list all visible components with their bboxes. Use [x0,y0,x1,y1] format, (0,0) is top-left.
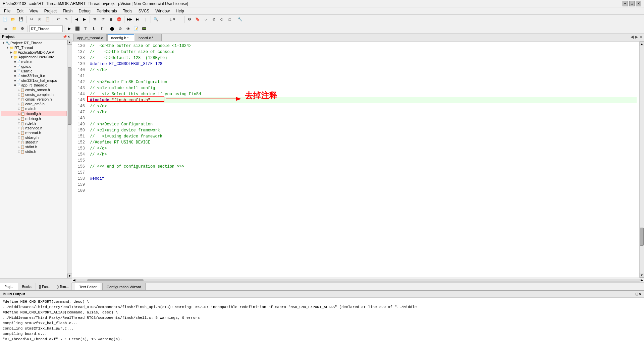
tree-item[interactable]: □ 📋 rtservice.h [1,126,66,130]
tree-item[interactable]: ■ 📄 app_rt_thread.c [1,83,66,87]
code-vscroll-down[interactable]: ▼ [640,273,644,278]
tab-project[interactable]: Proj... [0,283,18,290]
tab-scroll-right[interactable]: ▶ [635,35,638,39]
tb2-step[interactable]: ⬛ [74,25,81,33]
tree-item[interactable]: □ 📋 rtthread.h [1,130,66,135]
maximize-button[interactable]: □ [629,1,635,6]
vscroll-down[interactable]: ▼ [67,274,72,278]
tree-item[interactable]: ■ 📄 stm32f1xx_it.c [1,73,66,78]
tree-item[interactable]: □ 📋 stdio.h [1,149,66,154]
tb2-mem[interactable]: 📝 [132,25,140,33]
tree-item[interactable]: □ 📋 core_cm3.h [1,102,66,106]
tree-item[interactable]: ▼ 📁 RT_Thread [1,45,66,50]
tree-item[interactable]: ▼ 🔧 Project: RT_Thread [1,41,66,45]
tb-undo[interactable]: ↶ [54,16,62,23]
tree-item[interactable]: ■ 📄 main.c [1,59,66,64]
menu-tools[interactable]: Tools [120,8,135,14]
tree-item[interactable]: □ 📋 stddef.h [1,140,66,144]
menu-file[interactable]: File [1,8,13,14]
tab-functions[interactable]: {} Fun... [36,283,54,290]
tree-item[interactable]: ■ 📄 stm32f1xx_hal_msp.c [1,78,66,83]
tree-item[interactable]: □ 📋 cmsis_version.h [1,97,66,102]
tab-scroll-left[interactable]: ◀ [631,35,634,39]
tree-item[interactable]: □ 📋 cmsis_armcc.h [1,87,66,92]
tree-item[interactable]: □ 📋 cmsis_compiler.h [1,92,66,97]
tree-item[interactable]: □ 📋 rtdef.h [1,121,66,126]
tb-dbg3[interactable]: || [142,16,149,23]
menu-svcs[interactable]: SVCS [136,8,152,14]
tb2-clrbp[interactable]: ⊙ [116,25,124,33]
tab-app-rt-thread[interactable]: app_rt_thread.c [73,34,107,41]
close-button[interactable]: ✕ [636,1,641,6]
tb-copy[interactable]: ⎘ [36,16,43,23]
menu-window[interactable]: Window [153,8,172,14]
tree-item[interactable]: □ 📋 stdint.h [1,144,66,149]
tree-item[interactable]: □ 📋 rtconfig.h [1,111,66,116]
menu-peripherals[interactable]: Peripherals [94,8,120,14]
menu-help[interactable]: Help [173,8,187,14]
menu-edit[interactable]: Edit [14,8,26,14]
tb2-stepin[interactable]: ⬇ [90,25,97,33]
tree-item[interactable]: ■ 📄 gpio.c [1,64,66,69]
menu-project[interactable]: Project [42,8,59,14]
tab-board[interactable]: board.c * [135,34,162,41]
tb-misc1[interactable]: ⚙ [186,16,193,23]
tb-build[interactable]: ⚒ [91,16,99,23]
code-hscroll[interactable]: ◀ ▶ [72,278,644,282]
tab-rtconfig[interactable]: rtconfig.h * [107,34,134,41]
tb-dbg1[interactable]: ▶▶ [126,16,133,23]
tab-close[interactable]: ✕ [639,35,643,39]
vscroll-up[interactable]: ▲ [67,40,72,45]
tab-books[interactable]: Books [18,283,36,290]
tb-nav-fwd[interactable]: ▶ [81,16,88,23]
tree-item[interactable]: □ 📋 main.h [1,106,66,111]
menu-view[interactable]: View [27,8,41,14]
tb2-btn3[interactable]: ⚙ [19,25,26,33]
tb2-watch[interactable]: 👁 [124,25,132,33]
tb-misc2[interactable]: 🔖 [194,16,201,23]
tb2-btn2[interactable]: 📁 [11,25,18,33]
menu-flash[interactable]: Flash [60,8,75,14]
tb2-bp[interactable]: ⬤ [108,25,116,33]
tb-new[interactable]: 📄 [1,16,9,23]
menu-debug[interactable]: Debug [76,8,93,14]
tb-misc7[interactable]: 🔧 [236,16,244,23]
tb-save[interactable]: 💾 [17,16,25,23]
hscroll-right[interactable]: ▶ [641,278,643,282]
tb-nav-back[interactable]: ◀ [73,16,80,23]
tb-misc6[interactable]: □ [226,16,233,23]
tb-dbg2[interactable]: ▶| [134,16,141,23]
tb-misc5[interactable]: ◇ [218,16,225,23]
project-name-input[interactable] [29,25,63,32]
project-hscroll[interactable] [0,278,72,283]
tb-open[interactable]: 📂 [9,16,17,23]
tb-clean[interactable]: 🗑 [107,16,115,23]
bottom-tab-text-editor[interactable]: Text Editor [75,283,101,290]
tb2-stepout[interactable]: ⬆ [98,25,105,33]
tree-item[interactable]: □ 📋 rtdebug.h [1,116,66,121]
tree-item[interactable]: ▼ 📁 Application/User/Core [1,55,66,59]
code-editor[interactable]: // <o>the buffer size of console <1-1024… [87,42,639,278]
tb-cut[interactable]: ✂ [28,16,35,23]
tb-misc4[interactable]: ⊝ [210,16,217,23]
tb-misc3[interactable]: ○ [202,16,209,23]
tb2-stepover[interactable]: ⊤ [82,25,89,33]
hscroll-left[interactable]: ◀ [73,278,75,282]
minimize-button[interactable]: − [623,1,628,6]
tb-zoom[interactable]: 🔍 [152,16,160,23]
tree-item[interactable]: □ 📋 stdarg.h [1,135,66,140]
tb2-serial[interactable]: 📟 [141,25,148,33]
tb2-run[interactable]: ▶ [66,25,73,33]
tab-templates[interactable]: () Tem... [54,283,72,290]
tb-redo[interactable]: ↷ [62,16,70,23]
project-vscroll[interactable]: ▲ ▼ [67,40,72,278]
tb2-btn1[interactable]: ⊞ [1,25,10,33]
tb-paste[interactable]: 📋 [44,16,51,23]
tree-item[interactable]: ■ 📄 usart.c [1,69,66,73]
tb-target-config[interactable]: L ▼ [163,16,183,23]
code-vscroll-up[interactable]: ▲ [640,42,644,46]
tb-rebuild[interactable]: ⟳ [99,16,107,23]
tree-item[interactable]: ▶ 📁 Application/MDK-ARM [1,50,66,55]
tb-stop[interactable]: ⛔ [115,16,123,23]
bottom-tab-config-wizard[interactable]: Configuration Wizard [102,283,146,290]
